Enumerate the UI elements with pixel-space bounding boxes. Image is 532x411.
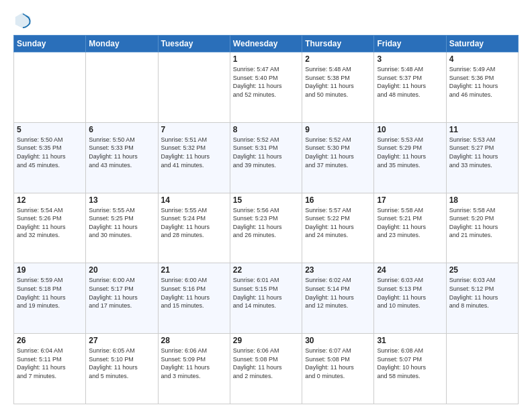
cell-date-number: 4 xyxy=(449,54,515,64)
calendar-week-2: 5Sunrise: 5:50 AM Sunset: 5:35 PM Daylig… xyxy=(14,122,519,193)
calendar-cell: 28Sunrise: 6:06 AM Sunset: 5:09 PM Dayli… xyxy=(158,334,230,404)
cell-date-number: 6 xyxy=(89,125,154,134)
cell-info-text: Sunrise: 6:06 AM Sunset: 5:09 PM Dayligh… xyxy=(161,347,227,380)
cell-info-text: Sunrise: 5:47 AM Sunset: 5:40 PM Dayligh… xyxy=(233,65,299,99)
calendar-header-row: SundayMondayTuesdayWednesdayThursdayFrid… xyxy=(14,36,519,52)
cell-date-number: 22 xyxy=(233,265,299,275)
cell-info-text: Sunrise: 6:00 AM Sunset: 5:16 PM Dayligh… xyxy=(161,276,227,310)
cell-date-number: 29 xyxy=(233,336,299,345)
cell-info-text: Sunrise: 5:58 AM Sunset: 5:21 PM Dayligh… xyxy=(377,206,443,240)
calendar-week-4: 19Sunrise: 5:59 AM Sunset: 5:18 PM Dayli… xyxy=(14,263,519,334)
calendar-cell: 22Sunrise: 6:01 AM Sunset: 5:15 PM Dayli… xyxy=(230,263,302,334)
cell-info-text: Sunrise: 6:05 AM Sunset: 5:10 PM Dayligh… xyxy=(89,347,154,380)
cell-info-text: Sunrise: 5:55 AM Sunset: 5:25 PM Dayligh… xyxy=(89,206,154,240)
cell-date-number: 1 xyxy=(233,54,299,64)
calendar-cell: 29Sunrise: 6:06 AM Sunset: 5:08 PM Dayli… xyxy=(230,334,302,404)
cell-date-number: 14 xyxy=(161,195,227,205)
calendar-cell: 23Sunrise: 6:02 AM Sunset: 5:14 PM Dayli… xyxy=(302,263,374,334)
calendar-cell: 13Sunrise: 5:55 AM Sunset: 5:25 PM Dayli… xyxy=(86,193,158,263)
cell-info-text: Sunrise: 5:50 AM Sunset: 5:35 PM Dayligh… xyxy=(17,136,83,169)
cell-info-text: Sunrise: 5:53 AM Sunset: 5:29 PM Dayligh… xyxy=(377,136,443,169)
calendar-table: SundayMondayTuesdayWednesdayThursdayFrid… xyxy=(13,35,519,404)
calendar-cell: 15Sunrise: 5:56 AM Sunset: 5:23 PM Dayli… xyxy=(230,193,302,263)
calendar-cell: 4Sunrise: 5:49 AM Sunset: 5:36 PM Daylig… xyxy=(446,52,518,123)
cell-date-number: 23 xyxy=(305,265,371,275)
cell-date-number: 12 xyxy=(17,195,83,205)
cell-date-number: 3 xyxy=(377,54,443,64)
cell-info-text: Sunrise: 5:48 AM Sunset: 5:38 PM Dayligh… xyxy=(305,65,371,99)
cell-date-number: 19 xyxy=(17,265,83,275)
cell-date-number: 16 xyxy=(305,195,371,205)
logo-icon xyxy=(13,11,32,30)
cell-date-number: 24 xyxy=(377,265,443,275)
cell-date-number: 8 xyxy=(233,125,299,134)
cell-info-text: Sunrise: 5:55 AM Sunset: 5:24 PM Dayligh… xyxy=(161,206,227,240)
cell-date-number: 18 xyxy=(449,195,515,205)
day-header-tuesday: Tuesday xyxy=(158,36,230,52)
calendar-cell: 11Sunrise: 5:53 AM Sunset: 5:27 PM Dayli… xyxy=(446,122,518,193)
cell-info-text: Sunrise: 5:56 AM Sunset: 5:23 PM Dayligh… xyxy=(233,206,299,240)
calendar-cell: 8Sunrise: 5:52 AM Sunset: 5:31 PM Daylig… xyxy=(230,122,302,193)
calendar-cell: 24Sunrise: 6:03 AM Sunset: 5:13 PM Dayli… xyxy=(374,263,446,334)
calendar-cell: 18Sunrise: 5:58 AM Sunset: 5:20 PM Dayli… xyxy=(446,193,518,263)
cell-info-text: Sunrise: 6:00 AM Sunset: 5:17 PM Dayligh… xyxy=(89,276,154,310)
cell-date-number: 20 xyxy=(89,265,154,275)
calendar-week-3: 12Sunrise: 5:54 AM Sunset: 5:26 PM Dayli… xyxy=(14,193,519,263)
cell-info-text: Sunrise: 6:03 AM Sunset: 5:13 PM Dayligh… xyxy=(377,276,443,310)
calendar-cell: 31Sunrise: 6:08 AM Sunset: 5:07 PM Dayli… xyxy=(374,334,446,404)
cell-date-number: 7 xyxy=(161,125,227,134)
cell-date-number: 9 xyxy=(305,125,371,134)
calendar-cell: 9Sunrise: 5:52 AM Sunset: 5:30 PM Daylig… xyxy=(302,122,374,193)
calendar-cell: 10Sunrise: 5:53 AM Sunset: 5:29 PM Dayli… xyxy=(374,122,446,193)
calendar-cell: 7Sunrise: 5:51 AM Sunset: 5:32 PM Daylig… xyxy=(158,122,230,193)
cell-info-text: Sunrise: 5:48 AM Sunset: 5:37 PM Dayligh… xyxy=(377,65,443,99)
logo xyxy=(13,11,35,30)
cell-date-number: 2 xyxy=(305,54,371,64)
cell-date-number: 10 xyxy=(377,125,443,134)
calendar-week-5: 26Sunrise: 6:04 AM Sunset: 5:11 PM Dayli… xyxy=(14,334,519,404)
cell-info-text: Sunrise: 5:53 AM Sunset: 5:27 PM Dayligh… xyxy=(449,136,515,169)
cell-date-number: 25 xyxy=(449,265,515,275)
cell-info-text: Sunrise: 5:51 AM Sunset: 5:32 PM Dayligh… xyxy=(161,136,227,169)
page: SundayMondayTuesdayWednesdayThursdayFrid… xyxy=(0,0,532,411)
cell-date-number: 27 xyxy=(89,336,154,345)
calendar-cell: 5Sunrise: 5:50 AM Sunset: 5:35 PM Daylig… xyxy=(14,122,86,193)
cell-info-text: Sunrise: 5:54 AM Sunset: 5:26 PM Dayligh… xyxy=(17,206,83,240)
cell-date-number: 13 xyxy=(89,195,154,205)
cell-info-text: Sunrise: 5:49 AM Sunset: 5:36 PM Dayligh… xyxy=(449,65,515,99)
cell-date-number: 26 xyxy=(17,336,83,345)
calendar-cell: 21Sunrise: 6:00 AM Sunset: 5:16 PM Dayli… xyxy=(158,263,230,334)
cell-date-number: 31 xyxy=(377,336,443,345)
cell-info-text: Sunrise: 6:08 AM Sunset: 5:07 PM Dayligh… xyxy=(377,347,443,380)
calendar-cell: 27Sunrise: 6:05 AM Sunset: 5:10 PM Dayli… xyxy=(86,334,158,404)
day-header-saturday: Saturday xyxy=(446,36,518,52)
cell-date-number: 17 xyxy=(377,195,443,205)
calendar-cell: 1Sunrise: 5:47 AM Sunset: 5:40 PM Daylig… xyxy=(230,52,302,123)
cell-date-number: 15 xyxy=(233,195,299,205)
day-header-sunday: Sunday xyxy=(14,36,86,52)
cell-info-text: Sunrise: 5:52 AM Sunset: 5:30 PM Dayligh… xyxy=(305,136,371,169)
cell-date-number: 28 xyxy=(161,336,227,345)
calendar-cell: 3Sunrise: 5:48 AM Sunset: 5:37 PM Daylig… xyxy=(374,52,446,123)
cell-date-number: 21 xyxy=(161,265,227,275)
cell-info-text: Sunrise: 5:52 AM Sunset: 5:31 PM Dayligh… xyxy=(233,136,299,169)
calendar-cell xyxy=(86,52,158,123)
calendar-cell xyxy=(158,52,230,123)
cell-info-text: Sunrise: 5:58 AM Sunset: 5:20 PM Dayligh… xyxy=(449,206,515,240)
cell-date-number: 30 xyxy=(305,336,371,345)
calendar-cell: 20Sunrise: 6:00 AM Sunset: 5:17 PM Dayli… xyxy=(86,263,158,334)
calendar-cell: 12Sunrise: 5:54 AM Sunset: 5:26 PM Dayli… xyxy=(14,193,86,263)
day-header-wednesday: Wednesday xyxy=(230,36,302,52)
cell-info-text: Sunrise: 5:59 AM Sunset: 5:18 PM Dayligh… xyxy=(17,276,83,310)
cell-date-number: 11 xyxy=(449,125,515,134)
calendar-cell: 6Sunrise: 5:50 AM Sunset: 5:33 PM Daylig… xyxy=(86,122,158,193)
calendar-cell: 16Sunrise: 5:57 AM Sunset: 5:22 PM Dayli… xyxy=(302,193,374,263)
cell-info-text: Sunrise: 5:50 AM Sunset: 5:33 PM Dayligh… xyxy=(89,136,154,169)
calendar-cell xyxy=(14,52,86,123)
day-header-monday: Monday xyxy=(86,36,158,52)
calendar-cell xyxy=(446,334,518,404)
calendar-cell: 14Sunrise: 5:55 AM Sunset: 5:24 PM Dayli… xyxy=(158,193,230,263)
calendar-cell: 26Sunrise: 6:04 AM Sunset: 5:11 PM Dayli… xyxy=(14,334,86,404)
calendar-week-1: 1Sunrise: 5:47 AM Sunset: 5:40 PM Daylig… xyxy=(14,52,519,123)
cell-date-number: 5 xyxy=(17,125,83,134)
